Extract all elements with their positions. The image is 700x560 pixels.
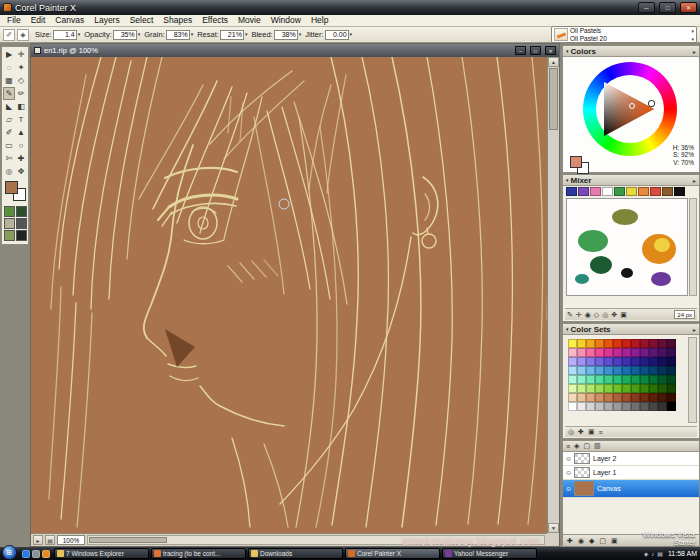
- color-set-swatch[interactable]: [577, 339, 586, 348]
- grabber-tool[interactable]: ✥: [15, 165, 27, 178]
- property-field-value[interactable]: 38%: [274, 30, 298, 40]
- mixer-swatch-4[interactable]: [602, 187, 613, 196]
- color-set-swatch[interactable]: [631, 393, 640, 402]
- pan-mixer-icon[interactable]: ✥: [611, 311, 617, 319]
- color-set-swatch[interactable]: [595, 402, 604, 411]
- color-set-swatch[interactable]: [658, 348, 667, 357]
- material-selector-4[interactable]: [16, 218, 27, 229]
- dirty-brush-icon[interactable]: ✎: [567, 311, 573, 319]
- color-set-swatch[interactable]: [640, 348, 649, 357]
- color-sets-scrollbar[interactable]: [688, 337, 697, 423]
- mixer-brush-size[interactable]: 24 px: [674, 310, 695, 319]
- color-set-swatch[interactable]: [640, 402, 649, 411]
- color-set-swatch[interactable]: [577, 348, 586, 357]
- color-set-swatch[interactable]: [649, 393, 658, 402]
- property-field-value[interactable]: 0.00: [325, 30, 349, 40]
- color-set-swatch[interactable]: [613, 357, 622, 366]
- dynamic-plugins-icon[interactable]: ◈: [574, 442, 579, 450]
- layer-row[interactable]: ⊙Layer 2: [563, 452, 699, 466]
- color-set-swatch[interactable]: [622, 402, 631, 411]
- sample-color-icon[interactable]: ◇: [594, 311, 599, 319]
- color-set-swatch[interactable]: [622, 384, 631, 393]
- media-player-icon[interactable]: [42, 550, 50, 558]
- property-field-value[interactable]: 35%: [113, 30, 137, 40]
- taskbar-button[interactable]: Yahoo! Messenger: [442, 548, 537, 559]
- layer-row[interactable]: ⊙Layer 1: [563, 466, 699, 480]
- color-set-swatch[interactable]: [604, 357, 613, 366]
- color-set-swatch[interactable]: [658, 402, 667, 411]
- color-set-swatch[interactable]: [649, 357, 658, 366]
- color-set-swatch[interactable]: [568, 339, 577, 348]
- canvas[interactable]: [31, 57, 547, 533]
- mixer-swatch-5[interactable]: [614, 187, 625, 196]
- color-set-swatch[interactable]: [577, 375, 586, 384]
- color-set-swatch[interactable]: [622, 393, 631, 402]
- brush-category-label[interactable]: Oil Pastels: [570, 27, 601, 35]
- brush-ghost-icon[interactable]: ✐: [3, 29, 15, 41]
- color-set-swatch[interactable]: [613, 339, 622, 348]
- start-button[interactable]: ⊞: [2, 545, 17, 560]
- color-set-swatch[interactable]: [622, 357, 631, 366]
- color-set-swatch[interactable]: [568, 393, 577, 402]
- maximize-button[interactable]: □: [659, 2, 676, 13]
- menu-effects[interactable]: Effects: [197, 15, 233, 26]
- minimize-button[interactable]: ─: [638, 2, 655, 13]
- color-set-swatch[interactable]: [649, 348, 658, 357]
- spinner-icon[interactable]: ▾: [299, 32, 302, 37]
- hue-marker[interactable]: [649, 101, 654, 106]
- colors-panel-header[interactable]: ▾ Colors ▸: [563, 46, 699, 57]
- color-set-swatch[interactable]: [667, 357, 676, 366]
- layer-row[interactable]: ⊙Canvas: [563, 480, 699, 498]
- color-set-swatch[interactable]: [577, 357, 586, 366]
- color-set-swatch[interactable]: [640, 339, 649, 348]
- doc-maximize-button[interactable]: □: [530, 46, 541, 55]
- messenger-tray-icon[interactable]: ◈: [644, 550, 649, 557]
- material-selector-2[interactable]: [16, 206, 27, 217]
- eraser-tool[interactable]: ▱: [3, 113, 15, 126]
- color-set-swatch[interactable]: [604, 402, 613, 411]
- layer-mask-icon[interactable]: ▢: [599, 537, 606, 545]
- color-set-swatch[interactable]: [586, 393, 595, 402]
- material-selector-5[interactable]: [4, 230, 15, 241]
- color-set-swatch[interactable]: [586, 384, 595, 393]
- mixer-swatch-9[interactable]: [662, 187, 673, 196]
- color-set-swatch[interactable]: [622, 348, 631, 357]
- color-set-swatch[interactable]: [595, 357, 604, 366]
- paint-bucket-tool[interactable]: ◧: [15, 100, 27, 113]
- tracing-paper-icon[interactable]: ▤: [45, 535, 55, 545]
- panel-menu-icon[interactable]: ▸: [693, 48, 696, 55]
- color-set-swatch[interactable]: [604, 375, 613, 384]
- color-set-swatch[interactable]: [622, 366, 631, 375]
- magic-wand-tool[interactable]: ✦: [15, 61, 27, 74]
- color-set-swatch[interactable]: [586, 339, 595, 348]
- add-point-tool[interactable]: ✚: [15, 152, 27, 165]
- color-set-swatch[interactable]: [667, 393, 676, 402]
- color-set-swatch[interactable]: [631, 384, 640, 393]
- color-set-swatch[interactable]: [631, 375, 640, 384]
- color-set-swatch[interactable]: [631, 339, 640, 348]
- scroll-up-icon[interactable]: ▲: [548, 57, 559, 67]
- zoom-mixer-icon[interactable]: ◎: [602, 311, 608, 319]
- zoom-level[interactable]: 100%: [57, 535, 85, 545]
- lasso-tool[interactable]: ◌: [3, 61, 15, 74]
- menu-file[interactable]: File: [2, 15, 26, 26]
- primary-color-swatch[interactable]: [5, 181, 18, 194]
- shape-selection-tool[interactable]: ▲: [15, 126, 27, 139]
- color-set-swatch[interactable]: [568, 357, 577, 366]
- color-set-swatch[interactable]: [658, 357, 667, 366]
- color-set-swatch[interactable]: [649, 402, 658, 411]
- color-set-swatch[interactable]: [658, 375, 667, 384]
- color-set-swatch[interactable]: [604, 384, 613, 393]
- spinner-icon[interactable]: ▾: [191, 32, 194, 37]
- mixer-pad[interactable]: [566, 198, 688, 296]
- color-set-swatch[interactable]: [613, 366, 622, 375]
- list-view-icon[interactable]: ≡: [599, 429, 603, 436]
- color-set-swatch[interactable]: [577, 384, 586, 393]
- color-set-swatch[interactable]: [595, 348, 604, 357]
- chevron-down-icon[interactable]: ▾: [691, 27, 694, 35]
- menu-shapes[interactable]: Shapes: [158, 15, 197, 26]
- doc-minimize-button[interactable]: ─: [515, 46, 526, 55]
- color-set-swatch[interactable]: [577, 402, 586, 411]
- color-set-swatch[interactable]: [595, 375, 604, 384]
- color-set-swatch[interactable]: [649, 375, 658, 384]
